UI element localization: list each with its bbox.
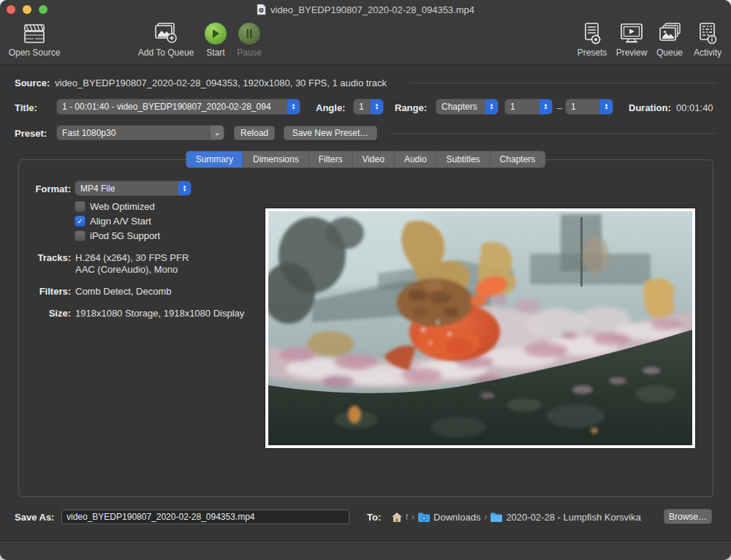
tab-filters[interactable]: Filters <box>309 151 353 167</box>
align-av-start-checkbox[interactable]: ✓ Align A/V Start <box>75 215 151 227</box>
preset-label: Preset: <box>15 128 47 139</box>
filters-value: Comb Detect, Decomb <box>75 286 172 297</box>
duration-label: Duration: <box>629 102 671 113</box>
filters-label: Filters: <box>15 286 71 297</box>
video-preview-frame <box>265 208 695 448</box>
breadcrumb-separator: › <box>484 512 487 522</box>
preset-divider <box>390 133 716 134</box>
tab-summary[interactable]: Summary <box>186 151 243 167</box>
breadcrumb-user: f <box>406 512 408 521</box>
duration-value: 00:01:40 <box>676 102 713 113</box>
format-popup[interactable]: MP4 File ▲▼ <box>75 181 191 195</box>
window-chrome: video_BYEDP190807_2020-02-28_094353.mp4 … <box>0 0 731 65</box>
preset-combo[interactable]: Fast 1080p30 ⌄ <box>57 126 224 140</box>
breadcrumb-folder: 2020-02-28 - Lumpfish Korsvika <box>506 512 640 523</box>
presets-label: Presets <box>574 48 610 58</box>
preview-icon <box>619 22 644 45</box>
tab-audio[interactable]: Audio <box>395 151 437 167</box>
title-popup[interactable]: 1 - 00:01:40 - video_BYEDP190807_2020-02… <box>57 99 300 114</box>
breadcrumb-downloads: Downloads <box>433 512 480 523</box>
save-new-preset-button[interactable]: Save New Preset… <box>284 126 377 140</box>
size-label: Size: <box>15 308 71 319</box>
tab-video[interactable]: Video <box>352 151 394 167</box>
pause-icon <box>238 23 260 45</box>
format-label: Format: <box>15 183 71 194</box>
add-to-queue-button[interactable]: Add To Queue <box>130 21 202 62</box>
status-bar <box>0 540 731 560</box>
downloads-folder-icon <box>418 512 430 522</box>
open-source-button[interactable]: Open Source <box>1 21 67 62</box>
web-optimized-checkbox[interactable]: ✓ Web Optimized <box>75 200 155 212</box>
title-label: Title: <box>15 102 37 113</box>
range-to-popup[interactable]: 1 ▲▼ <box>566 99 613 114</box>
clapperboard-icon <box>21 23 48 45</box>
folder-icon <box>491 512 502 522</box>
activity-button[interactable]: Activity <box>689 21 727 62</box>
tab-subtitles[interactable]: Subtitles <box>437 151 491 167</box>
browse-button[interactable]: Browse… <box>664 509 712 524</box>
range-dash: – <box>557 102 562 113</box>
preview-button[interactable]: Preview <box>613 21 651 62</box>
source-label: Source: <box>15 77 50 88</box>
source-value: video_BYEDP190807_2020-02-28_094353, 192… <box>55 77 387 88</box>
tab-chapters[interactable]: Chapters <box>491 151 545 167</box>
reload-button[interactable]: Reload <box>234 126 275 140</box>
range-type-value: Chapters <box>436 99 485 114</box>
queue-icon <box>656 22 683 45</box>
pause-button: Pause <box>230 21 268 62</box>
destination-breadcrumb[interactable]: f › Downloads › 2020-02-28 - Lumpfish Ko… <box>392 510 641 524</box>
open-source-label: Open Source <box>1 48 67 58</box>
window-title: video_BYEDP190807_2020-02-28_094353.mp4 <box>270 4 474 15</box>
save-as-label: Save As: <box>15 512 54 523</box>
breadcrumb-separator: › <box>412 512 414 522</box>
preview-label: Preview <box>613 48 651 58</box>
add-to-queue-icon <box>152 22 180 45</box>
queue-button[interactable]: Queue <box>652 21 687 62</box>
source-divider <box>409 83 716 83</box>
queue-label: Queue <box>652 48 687 58</box>
range-to-value: 1 <box>566 99 600 114</box>
tab-bar: Summary Dimensions Filters Video Audio S… <box>186 151 545 167</box>
angle-popup-value: 1 <box>354 99 371 114</box>
stepper-icon: ▲▼ <box>371 99 383 114</box>
angle-popup[interactable]: 1 ▲▼ <box>354 99 383 114</box>
presets-button[interactable]: Presets <box>574 21 610 62</box>
align-av-start-label: Align A/V Start <box>90 216 151 227</box>
handbrake-window: video_BYEDP190807_2020-02-28_094353.mp4 … <box>0 0 731 560</box>
range-type-popup[interactable]: Chapters ▲▼ <box>436 99 498 114</box>
stepper-icon: ▲▼ <box>485 99 498 114</box>
to-label: To: <box>367 512 381 523</box>
range-from-value: 1 <box>505 99 539 114</box>
titlebar[interactable]: video_BYEDP190807_2020-02-28_094353.mp4 <box>0 0 731 19</box>
range-from-popup[interactable]: 1 ▲▼ <box>505 99 552 114</box>
start-label: Start <box>198 48 233 58</box>
stepper-icon: ▲▼ <box>539 99 552 114</box>
web-optimized-label: Web Optimized <box>90 201 155 212</box>
document-proxy-icon <box>257 4 266 15</box>
save-as-input[interactable] <box>61 510 349 524</box>
tracks-label: Tracks: <box>15 252 71 263</box>
pause-label: Pause <box>230 48 268 58</box>
stepper-icon: ▲▼ <box>178 181 191 195</box>
ipod-5g-checkbox[interactable]: ✓ iPod 5G Support <box>75 230 160 241</box>
preset-combo-value: Fast 1080p30 <box>57 126 211 140</box>
video-preview-image <box>268 211 692 445</box>
chevron-down-icon: ⌄ <box>211 126 224 140</box>
tab-dimensions[interactable]: Dimensions <box>243 151 309 167</box>
tracks-line1: H.264 (x264), 30 FPS PFR <box>75 252 189 263</box>
ipod-5g-label: iPod 5G Support <box>90 230 160 241</box>
range-label: Range: <box>395 102 427 113</box>
presets-icon <box>581 22 603 45</box>
start-button[interactable]: Start <box>198 21 233 62</box>
checkbox-checked-icon: ✓ <box>75 216 85 226</box>
add-to-queue-label: Add To Queue <box>130 48 202 58</box>
stepper-icon: ▲▼ <box>287 99 300 114</box>
format-popup-value: MP4 File <box>75 181 178 195</box>
angle-label: Angle: <box>316 102 345 113</box>
start-play-icon <box>205 23 227 45</box>
size-value: 1918x1080 Storage, 1918x1080 Display <box>75 308 244 319</box>
title-popup-value: 1 - 00:01:40 - video_BYEDP190807_2020-02… <box>57 99 287 114</box>
checkbox-unchecked-icon: ✓ <box>75 202 85 211</box>
checkbox-unchecked-icon: ✓ <box>75 231 85 241</box>
activity-icon <box>697 22 719 45</box>
